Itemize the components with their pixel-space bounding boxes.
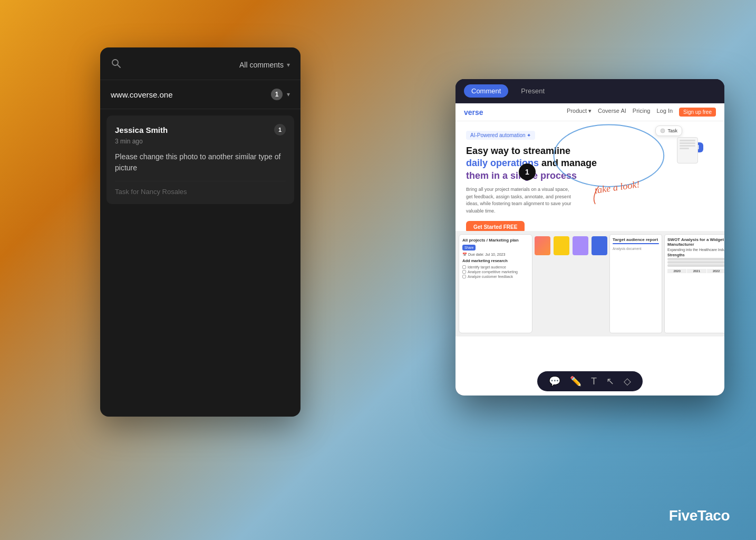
hero-title-rest: and manage	[541, 158, 597, 168]
check-item-3: Analyze customer feedback	[462, 275, 529, 278]
target-audience-title: Target audience report	[613, 237, 659, 242]
nav-pricing[interactable]: Pricing	[633, 108, 651, 117]
website-nav: verse Product ▾ Coverse AI Pricing Log I…	[455, 103, 724, 121]
svg-point-2	[661, 129, 665, 133]
website-hero: AI-Powered automation ✦ Easy way to stre…	[455, 121, 724, 242]
comments-panel: All comments ▾ www.coverse.one 1 ▾ Jessi…	[100, 47, 301, 417]
nav-product[interactable]: Product ▾	[567, 108, 592, 117]
thumbnails-area	[535, 234, 607, 333]
target-audience-card: Target audience report Analysis document	[609, 234, 662, 333]
nav-signup-btn[interactable]: Sign up free	[679, 108, 716, 117]
task-bubble: Task	[655, 126, 682, 136]
mini-checklist: Identify target audience Analyze competi…	[462, 265, 529, 278]
mini-task-title: Add marketing research	[462, 258, 529, 263]
swot-section: Strengths	[667, 253, 724, 257]
bottom-toolbar-wrap: 💬 ✏️ T ↖ ◇	[455, 367, 724, 396]
tool-comment-icon[interactable]: 💬	[549, 375, 560, 387]
tab-comment[interactable]: Comment	[464, 84, 508, 98]
swot-title: SWOT Analysis for a Widget Manufacturer	[667, 237, 724, 247]
comment-time: 3 min ago	[115, 138, 286, 145]
check-item-1: Identify target audience	[462, 265, 529, 269]
nav-coverse-ai[interactable]: Coverse AI	[598, 108, 626, 117]
chevron-icon: ▾	[287, 61, 290, 69]
comments-header: All comments ▾	[100, 47, 301, 80]
tool-pen-icon[interactable]: ✏️	[570, 375, 581, 387]
svg-line-1	[118, 65, 120, 68]
comment-author-row: Jessica Smith 1	[115, 124, 286, 136]
tab-present[interactable]: Present	[513, 84, 552, 98]
browser-toolbar: Comment Present	[455, 79, 724, 103]
bottom-toolbar: 💬 ✏️ T ↖ ◇	[537, 371, 643, 391]
tool-cursor-icon[interactable]: ↖	[606, 375, 614, 387]
lines-image	[677, 137, 698, 163]
comment-text: Please change this photo to another simi…	[115, 151, 286, 173]
search-icon[interactable]	[111, 58, 121, 71]
mini-project-header: All projects / Marketing plan	[462, 238, 529, 243]
mini-due-date: 📅 Due date: Jul 10, 2023	[462, 253, 529, 257]
site-row: www.coverse.one 1 ▾	[100, 80, 301, 109]
nav-links: Product ▾ Coverse AI Pricing Log In Sign…	[567, 108, 716, 117]
check-item-2: Analyze competitive marketing	[462, 270, 529, 274]
hero-badge: AI-Powered automation ✦	[466, 131, 535, 140]
thumb-2	[554, 236, 569, 255]
target-audience-desc: Analysis document	[613, 246, 659, 251]
swot-panel: SWOT Analysis for a Widget Manufacturer …	[664, 234, 724, 333]
comment-card[interactable]: Jessica Smith 1 3 min ago Please change …	[106, 115, 294, 204]
thumb-1	[535, 236, 550, 255]
swot-subtitle: Expanding into the Healthcare Industry	[667, 248, 724, 252]
tool-eraser-icon[interactable]: ◇	[624, 375, 631, 387]
site-chevron-icon[interactable]: ▾	[287, 91, 290, 98]
site-count-badge: 1	[271, 89, 283, 100]
browser-window: Comment Present verse Product ▾ Coverse …	[455, 79, 724, 396]
nav-login[interactable]: Log In	[656, 108, 673, 117]
brand-logo: FiveTaco	[669, 507, 730, 524]
thumb-4	[592, 236, 607, 255]
comment-task: Task for Nancy Rosales	[115, 181, 286, 196]
hero-title-line3: them in a single process	[466, 170, 714, 182]
swot-items	[667, 258, 724, 267]
annotation-number: 1	[519, 163, 536, 180]
site-controls: 1 ▾	[271, 89, 290, 100]
browser-content: verse Product ▾ Coverse AI Pricing Log I…	[455, 103, 724, 396]
comment-badge: 1	[274, 124, 286, 136]
bottom-section: All projects / Marketing plan Share 📅 Du…	[455, 231, 724, 336]
task-bubble-label: Task	[667, 128, 677, 133]
website-logo: verse	[464, 108, 483, 117]
svg-point-0	[112, 60, 118, 65]
thumb-3	[573, 236, 588, 255]
tool-text-icon[interactable]: T	[591, 376, 597, 387]
comment-author: Jessica Smith	[115, 126, 168, 134]
swot-table: 2020 2021 2022 2023	[667, 269, 724, 273]
mini-project-panel: All projects / Marketing plan Share 📅 Du…	[459, 234, 532, 333]
mini-share-btn: Share	[462, 245, 476, 250]
hero-desc: Bring all your project materials on a vi…	[466, 186, 571, 215]
filter-dropdown[interactable]: All comments ▾	[239, 61, 290, 69]
site-url: www.coverse.one	[111, 90, 173, 99]
